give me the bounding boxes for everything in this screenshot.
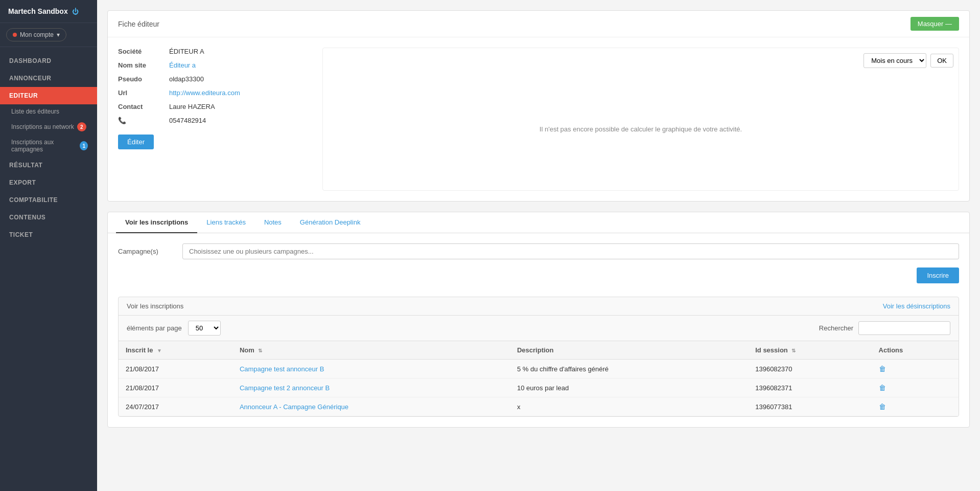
nom-site-row: Nom site Éditeur a: [118, 61, 312, 69]
campagnes-row: Campagne(s) Inscrire: [118, 243, 959, 292]
sidebar-item-resultat[interactable]: RÉSULTAT: [0, 157, 97, 174]
sidebar: Martech Sandbox ⏻ Mon compte ▾ DASHBOARD…: [0, 0, 97, 491]
inscriptions-campagnes-label: Inscriptions aux campagnes: [11, 139, 77, 153]
sidebar-item-export[interactable]: EXPORT: [0, 174, 97, 191]
sidebar-item-inscriptions-network[interactable]: Inscriptions au network 2: [0, 119, 97, 135]
sort-icon-id-session: ⇅: [791, 348, 796, 353]
app-title: Martech Sandbox: [8, 7, 68, 15]
sidebar-item-inscriptions-campagnes[interactable]: Inscriptions aux campagnes 1: [0, 135, 97, 157]
cell-nom[interactable]: Annonceur A - Campagne Générique: [232, 397, 510, 416]
cell-id-session: 1396077381: [748, 397, 871, 416]
masquer-label: Masquer —: [918, 20, 952, 28]
phone-value: 0547482914: [169, 117, 206, 124]
sidebar-item-annonceur[interactable]: ANNONCEUR: [0, 70, 97, 87]
table-controls: éléments par page 50 10 25 100 Recherche…: [119, 316, 959, 341]
pseudo-label: Pseudo: [118, 75, 164, 83]
tabs-header: Voir les inscriptions Liens trackés Note…: [108, 212, 969, 233]
cell-id-session: 1396082370: [748, 360, 871, 378]
cell-actions: 🗑: [872, 378, 959, 397]
chevron-down-icon: ▾: [57, 31, 60, 38]
col-nom[interactable]: Nom ⇅: [232, 341, 510, 360]
fiche-editeur-card: Fiche éditeur Masquer — Société ÉDITEUR …: [107, 10, 970, 202]
col-inscrit-le[interactable]: Inscrit le ▼: [119, 341, 232, 360]
tabs-card: Voir les inscriptions Liens trackés Note…: [107, 212, 970, 428]
tab-voir-inscriptions[interactable]: Voir les inscriptions: [116, 212, 197, 233]
sidebar-item-liste-editeurs[interactable]: Liste des éditeurs: [0, 104, 97, 119]
inscriptions-network-label: Inscriptions au network: [11, 123, 74, 130]
sidebar-item-dashboard[interactable]: DASHBOARD: [0, 52, 97, 70]
societe-row: Société ÉDITEUR A: [118, 48, 312, 55]
cell-inscrit-le: 21/08/2017: [119, 378, 232, 397]
cell-description: 5 % du chiffre d'affaires généré: [510, 360, 748, 378]
sidebar-header: Martech Sandbox ⏻: [0, 0, 97, 23]
tab-liens-trackes[interactable]: Liens trackés: [197, 212, 255, 233]
power-icon[interactable]: ⏻: [72, 8, 79, 15]
pseudo-value: oldap33300: [169, 75, 204, 83]
voir-desinscriptions-link[interactable]: Voir les désinscriptions: [883, 302, 950, 310]
rechercher-label: Rechercher: [819, 324, 853, 332]
sidebar-item-editeur[interactable]: EDITEUR: [0, 87, 97, 104]
search-input[interactable]: [858, 321, 950, 335]
nav-section: DASHBOARD ANNONCEUR EDITEUR Liste des éd…: [0, 47, 97, 249]
card-body: Société ÉDITEUR A Nom site Éditeur a Pse…: [108, 37, 969, 201]
account-button[interactable]: Mon compte ▾: [6, 28, 66, 41]
tab-content-voir-inscriptions: Campagne(s) Inscrire Voir les inscriptio…: [108, 233, 969, 427]
sidebar-item-contenus[interactable]: CONTENUS: [0, 209, 97, 226]
nom-site-value[interactable]: Éditeur a: [169, 61, 196, 69]
cell-description: x: [510, 397, 748, 416]
info-section: Société ÉDITEUR A Nom site Éditeur a Pse…: [118, 48, 312, 191]
col-actions: Actions: [872, 341, 959, 360]
period-select[interactable]: Mois en cours: [864, 53, 926, 68]
table-controls-right: Rechercher: [819, 321, 950, 335]
col-id-session[interactable]: Id session ⇅: [748, 341, 871, 360]
ok-button[interactable]: OK: [930, 54, 953, 68]
table-body: 21/08/2017 Campagne test annonceur B 5 %…: [119, 360, 959, 416]
phone-icon: 📞: [118, 117, 164, 124]
table-row: 24/07/2017 Annonceur A - Campagne Généri…: [119, 397, 959, 416]
inner-card-header: Voir les inscriptions Voir les désinscri…: [119, 297, 959, 316]
cell-description: 10 euros par lead: [510, 378, 748, 397]
url-value[interactable]: http://www.editeura.com: [169, 89, 240, 97]
elements-par-page-label: éléments par page: [127, 324, 182, 332]
inner-card-inscriptions: Voir les inscriptions Voir les désinscri…: [118, 297, 959, 417]
contact-label: Contact: [118, 103, 164, 110]
account-label: Mon compte: [20, 31, 54, 38]
cell-nom[interactable]: Campagne test annonceur B: [232, 360, 510, 378]
inscriptions-table: Inscrit le ▼ Nom ⇅ Description Id sessio…: [119, 341, 959, 416]
cell-actions: 🗑: [872, 360, 959, 378]
edit-button-container: Éditer: [118, 130, 312, 149]
table-header-row: Inscrit le ▼ Nom ⇅ Description Id sessio…: [119, 341, 959, 360]
societe-label: Société: [118, 48, 164, 55]
per-page-select[interactable]: 50 10 25 100: [188, 321, 221, 336]
cell-nom[interactable]: Campagne test 2 annonceur B: [232, 378, 510, 397]
tab-generation-deeplink[interactable]: Génération Deeplink: [291, 212, 370, 233]
cell-actions: 🗑: [872, 397, 959, 416]
edit-button[interactable]: Éditer: [118, 135, 154, 149]
col-description: Description: [510, 341, 748, 360]
delete-icon[interactable]: 🗑: [879, 403, 886, 411]
delete-icon[interactable]: 🗑: [879, 365, 886, 373]
cell-id-session: 1396082371: [748, 378, 871, 397]
societe-value: ÉDITEUR A: [169, 48, 204, 55]
tab-notes[interactable]: Notes: [255, 212, 291, 233]
main-content: Fiche éditeur Masquer — Société ÉDITEUR …: [97, 0, 980, 491]
sort-icon-inscrit-le: ▼: [157, 348, 162, 353]
campagnes-form-row: Campagne(s): [118, 243, 959, 259]
table-head: Inscrit le ▼ Nom ⇅ Description Id sessio…: [119, 341, 959, 360]
delete-icon[interactable]: 🗑: [879, 384, 886, 392]
inscriptions-network-badge: 2: [77, 122, 86, 131]
voir-inscriptions-title: Voir les inscriptions: [127, 302, 183, 310]
liste-editeurs-label: Liste des éditeurs: [11, 108, 59, 115]
inscriptions-campagnes-badge: 1: [80, 141, 88, 150]
table-row: 21/08/2017 Campagne test annonceur B 5 %…: [119, 360, 959, 378]
campagnes-input[interactable]: [182, 243, 959, 259]
cell-inscrit-le: 21/08/2017: [119, 360, 232, 378]
url-row: Url http://www.editeura.com: [118, 89, 312, 97]
card-header: Fiche éditeur Masquer —: [108, 11, 969, 37]
sidebar-item-comptabilite[interactable]: COMPTABILITE: [0, 191, 97, 209]
url-label: Url: [118, 89, 164, 97]
sidebar-item-ticket[interactable]: TICKET: [0, 226, 97, 243]
table-controls-left: éléments par page 50 10 25 100: [127, 321, 221, 336]
inscrire-button[interactable]: Inscrire: [917, 267, 959, 283]
masquer-button[interactable]: Masquer —: [911, 17, 959, 31]
